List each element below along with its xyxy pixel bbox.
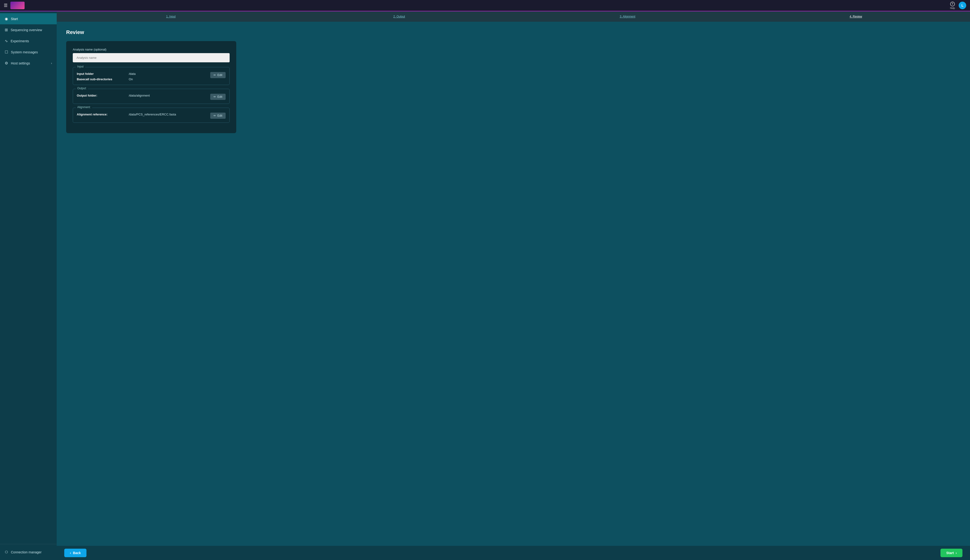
input-section-content: Input folder /data Basecall sub-director… — [73, 67, 229, 85]
grid-icon: ⊞ — [5, 28, 8, 32]
basecall-subdirs-key: Basecall sub-directories — [77, 77, 129, 81]
basecall-subdirs-val: On — [129, 77, 133, 81]
basecall-subdirs-row: Basecall sub-directories On — [77, 77, 207, 81]
alignment-section-content: Alignment reference: /data/PCS_reference… — [73, 108, 229, 123]
help-icon: ? — [950, 2, 955, 7]
step-output[interactable]: 2. Output — [285, 15, 514, 18]
chevron-right-icon: › — [51, 62, 52, 65]
sidebar-nav: ◉ Start ⊞ Sequencing overview ∿ Experime… — [0, 11, 57, 69]
alignment-reference-key: Alignment reference: — [77, 113, 129, 116]
sidebar-item-sequencing-overview[interactable]: ⊞ Sequencing overview — [0, 24, 57, 35]
output-section-legend: Output: — [76, 87, 88, 90]
sidebar-bottom: ⚇ Connection manager — [0, 544, 57, 560]
analysis-name-label: Analysis name (optional) — [73, 48, 230, 51]
output-folder-row: Output folder: /data/alignment — [77, 94, 207, 97]
user-avatar[interactable]: L — [959, 2, 966, 9]
input-section: Input Input folder /data Basecall sub-di… — [73, 67, 230, 85]
sidebar-item-label: Sequencing overview — [11, 28, 42, 32]
back-button[interactable]: ‹ Back — [64, 549, 87, 557]
sidebar-item-host-settings[interactable]: ⚙ Host settings › — [0, 58, 57, 69]
input-section-legend: Input — [76, 65, 85, 68]
sidebar: ◉ Start ⊞ Sequencing overview ∿ Experime… — [0, 11, 57, 560]
input-folder-row: Input folder /data — [77, 72, 207, 75]
settings-icon: ⚙ — [5, 61, 8, 65]
input-fields: Input folder /data Basecall sub-director… — [77, 72, 207, 81]
topbar-right: ? Help L — [950, 2, 966, 10]
output-fields: Output folder: /data/alignment — [77, 94, 207, 97]
sidebar-item-experiments[interactable]: ∿ Experiments — [0, 35, 57, 47]
sidebar-item-system-messages[interactable]: ☐ System messages — [0, 47, 57, 58]
logo — [10, 2, 25, 9]
sidebar-item-label: Start — [11, 17, 18, 21]
pencil-icon: ✏ — [214, 73, 216, 77]
alignment-reference-row: Alignment reference: /data/PCS_reference… — [77, 113, 207, 116]
sidebar-item-label: Experiments — [11, 39, 29, 43]
analysis-name-input[interactable] — [73, 53, 230, 62]
topbar-left: ☰ — [4, 2, 25, 9]
hamburger-icon[interactable]: ☰ — [4, 3, 8, 8]
experiments-icon: ∿ — [5, 39, 8, 43]
step-input[interactable]: 1. Input — [57, 15, 285, 18]
start-button[interactable]: Start › — [940, 549, 962, 557]
output-edit-button[interactable]: ✏ Edit — [210, 94, 225, 100]
review-card: Analysis name (optional) Input Input fol… — [66, 41, 236, 133]
bottom-bar: ‹ Back Start › — [57, 546, 970, 560]
wizard-steps-bar: 1. Input 2. Output 3. Alignment 4. Revie… — [57, 11, 970, 22]
messages-icon: ☐ — [5, 50, 8, 54]
alignment-edit-button[interactable]: ✏ Edit — [210, 113, 225, 119]
output-section: Output: Output folder: /data/alignment ✏… — [73, 89, 230, 104]
main-layout: ◉ Start ⊞ Sequencing overview ∿ Experime… — [0, 11, 970, 560]
pencil-icon: ✏ — [214, 95, 216, 98]
content-area: 1. Input 2. Output 3. Alignment 4. Revie… — [57, 11, 970, 560]
connection-icon: ⚇ — [5, 550, 8, 554]
output-folder-key: Output folder: — [77, 94, 129, 97]
output-section-content: Output folder: /data/alignment ✏ Edit — [73, 89, 229, 103]
help-button[interactable]: ? Help — [950, 2, 955, 10]
step-review[interactable]: 4. Review — [742, 15, 970, 18]
input-edit-button[interactable]: ✏ Edit — [210, 72, 225, 78]
page-title: Review — [66, 29, 960, 35]
alignment-section: Alignment: Alignment reference: /data/PC… — [73, 108, 230, 123]
sidebar-item-label: System messages — [11, 50, 38, 54]
alignment-section-legend: Alignment: — [76, 105, 92, 109]
topbar: ☰ ? Help L — [0, 0, 970, 11]
alignment-reference-val: /data/PCS_references/ERCC.fasta — [129, 113, 176, 116]
start-icon: ◉ — [5, 17, 8, 21]
help-label: Help — [950, 7, 955, 10]
step-alignment[interactable]: 3. Alignment — [513, 15, 742, 18]
pencil-icon: ✏ — [214, 114, 216, 117]
chevron-right-icon: › — [956, 551, 957, 555]
output-folder-val: /data/alignment — [129, 94, 150, 97]
chevron-left-icon: ‹ — [70, 551, 71, 555]
sidebar-item-label: Host settings — [11, 62, 30, 65]
sidebar-item-start[interactable]: ◉ Start — [0, 13, 57, 24]
alignment-fields: Alignment reference: /data/PCS_reference… — [77, 113, 207, 116]
input-folder-key: Input folder — [77, 72, 129, 75]
content-scroll: Review Analysis name (optional) Input In… — [57, 22, 970, 546]
input-folder-val: /data — [129, 72, 135, 75]
sidebar-item-label: Connection manager — [11, 550, 42, 554]
sidebar-item-connection-manager[interactable]: ⚇ Connection manager — [5, 548, 52, 556]
